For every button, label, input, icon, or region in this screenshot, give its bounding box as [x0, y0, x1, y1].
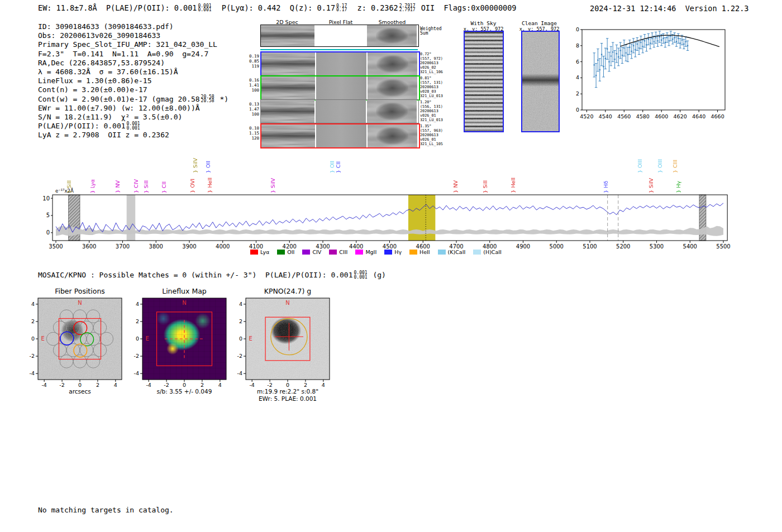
tick-label: 5100 — [583, 243, 597, 250]
data-point — [662, 38, 664, 39]
fiber-circle — [87, 355, 100, 368]
legend-swatch — [355, 250, 363, 255]
tick-label: 0 — [46, 229, 50, 236]
info-line: LineFlux = 1.30(±0.86)e-15 — [38, 76, 228, 85]
data-point — [666, 37, 667, 38]
info-line: S/N = 18.2(±11.9) χ² = 3.5(±0.0) — [38, 113, 228, 122]
tick-label: -2 — [134, 353, 139, 359]
fiber-circle — [60, 355, 73, 368]
spec2d-strip-spec — [261, 76, 315, 99]
compass-east: E — [146, 336, 149, 342]
tick-label: 5500 — [716, 243, 730, 250]
fiber-overlay: -4-4-2-2002244NE — [17, 286, 131, 400]
tick-label: 4 — [31, 301, 35, 307]
fiber-weight-values: 0.131.47100 — [247, 102, 259, 117]
data-point — [635, 49, 636, 50]
text-segment: P(Lyα): 0.442 Q(z): 0.17 — [213, 3, 335, 12]
withsky-image — [464, 31, 504, 132]
spec2d-row — [260, 99, 419, 123]
data-point — [687, 45, 688, 46]
spec2d-strip-spec — [261, 52, 315, 75]
lineflux-map-panel: Lineflux Map -4-4-2-2002244NE s/b: 3.55 … — [121, 286, 236, 406]
emission-line-label: } OIII — [637, 159, 642, 173]
legend-swatch — [409, 250, 417, 255]
text-segment: RA,Dec (226.843857,53.879524) — [38, 59, 165, 67]
data-point — [665, 42, 666, 43]
emission-line-label: } OII — [206, 161, 211, 173]
legend-item: Lyα — [250, 249, 269, 255]
tick-label: 4 — [114, 382, 117, 388]
legend-item: MgII — [355, 249, 376, 255]
stacked-fraction: 0.0010.001 — [127, 122, 140, 130]
data-point — [618, 56, 619, 57]
fiber-meta-text: 1.35"(557, 963)20200613v026_01321_LL_105 — [420, 124, 455, 146]
fiber-positions-panel: Fiber Positions -4-4-2-2002244NE arcsecs — [17, 286, 131, 406]
data-point — [655, 37, 656, 38]
tick-label: 4000 — [216, 243, 230, 250]
tick-label: 4 — [218, 382, 222, 388]
spec2d-strip-smooth — [367, 100, 417, 123]
dark-blob — [376, 79, 408, 97]
fiber-circle — [93, 321, 107, 334]
header-summary-line: EW: 11.8±7.8Å P(LAE)/P(OII): 0.0010.0010… — [38, 3, 516, 13]
stacked-fraction: 0.0010.001 — [354, 271, 368, 279]
data-point — [594, 64, 595, 65]
tick-label: 4640 — [692, 113, 705, 119]
tick-label: -4 — [30, 370, 35, 376]
fiber-meta-text: 0.81"(557, 131)20200613v028_03321_LU_013 — [420, 76, 455, 98]
legend-swatch — [438, 250, 446, 255]
data-point — [676, 41, 677, 42]
data-point — [595, 75, 597, 76]
legend-swatch — [302, 250, 310, 255]
dark-band — [261, 83, 315, 93]
info-line: EWr = 11.00(±7.90) (w: 12.00(±8.00))Å — [38, 104, 228, 113]
kpno-xlabel2: EWr: 5. PLAE: 0.001 — [229, 395, 346, 402]
data-point — [654, 41, 655, 42]
tick-label: 3700 — [116, 243, 130, 250]
legend-swatch — [384, 250, 392, 255]
dark-blob — [376, 28, 408, 44]
spec2d-strip-flat — [316, 124, 366, 147]
info-line: Cont(n) = 3.20(±0.00)e-17 — [38, 85, 228, 94]
tick-label: -4 — [134, 370, 139, 376]
data-point — [605, 58, 606, 59]
fiber-circle — [60, 310, 73, 323]
tick-label: 2 — [576, 90, 579, 97]
data-point — [657, 40, 658, 41]
text-segment: LyA z = 2.7908 OII z = 0.2362 — [38, 131, 169, 139]
spec2d-strip-smooth — [368, 76, 417, 99]
spec2d-row — [260, 51, 420, 76]
weighted-sum-label: WeightedSum — [420, 27, 455, 36]
data-point — [668, 40, 669, 41]
tick-label: 2 — [136, 318, 139, 324]
tick-label: 0 — [78, 382, 82, 388]
legend-item: (K)CaII — [438, 249, 466, 255]
tick-label: -4 — [249, 382, 254, 388]
data-point — [648, 39, 649, 40]
text-segment: LineFlux = 1.30(±0.86)e-15 — [38, 76, 152, 85]
info-line: P(LAE)/P(OII): 0.0010.0010.001 — [38, 122, 228, 131]
data-point — [685, 41, 686, 42]
clean-title: Clean Image — [518, 20, 560, 26]
tick-label: 8 — [576, 42, 579, 49]
tick-label: -4 — [41, 382, 46, 388]
tick-label: 0 — [136, 336, 139, 342]
data-point — [640, 42, 641, 43]
data-point — [599, 69, 600, 70]
spec2d-strip-spec — [261, 124, 315, 147]
stacked-fraction: 20.5820.58 — [201, 95, 214, 103]
zoom-line-chart: 452045404560458046004620464046600246810 — [575, 25, 743, 131]
legend-swatch — [329, 250, 337, 255]
tick-label: 6 — [576, 59, 579, 65]
tick-label: -2 — [30, 353, 35, 359]
fiber-meta-text: 0.72"(557, 972)20200613v026_02321_LL_106 — [420, 52, 455, 74]
tick-label: 4600 — [655, 113, 668, 119]
tick-label: 5200 — [616, 243, 630, 250]
text-segment: EWr = 11.00(±7.90) (w: 12.00(±8.00))Å — [38, 104, 200, 112]
text-segment: Cont(w) = 2.90(±0.01)e-17 (gmag 20.58 — [38, 95, 200, 103]
emission-line-label: } SiIV — [193, 158, 198, 173]
stacked-fraction: 0.0010.001 — [198, 4, 211, 12]
tick-label: 10 — [575, 26, 579, 32]
tick-label: 4540 — [599, 113, 612, 119]
noise-band — [56, 226, 723, 236]
